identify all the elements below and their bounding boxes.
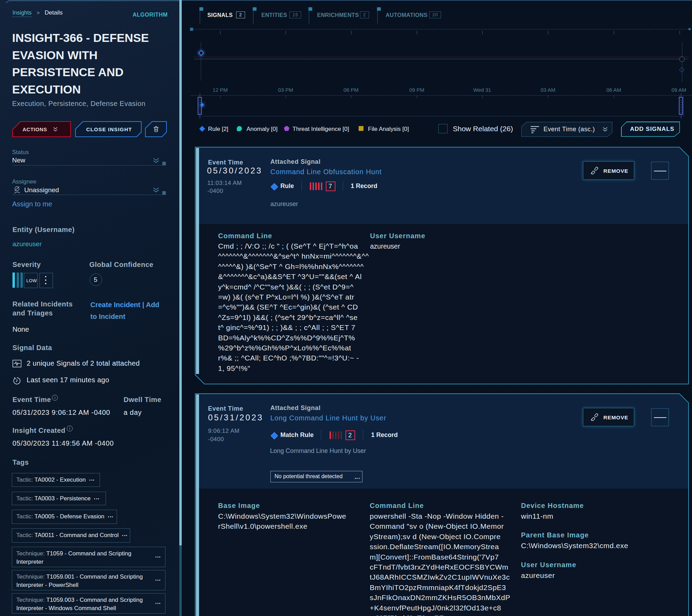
svg-text:×: × [591,418,593,422]
svg-text:×: × [591,172,593,175]
